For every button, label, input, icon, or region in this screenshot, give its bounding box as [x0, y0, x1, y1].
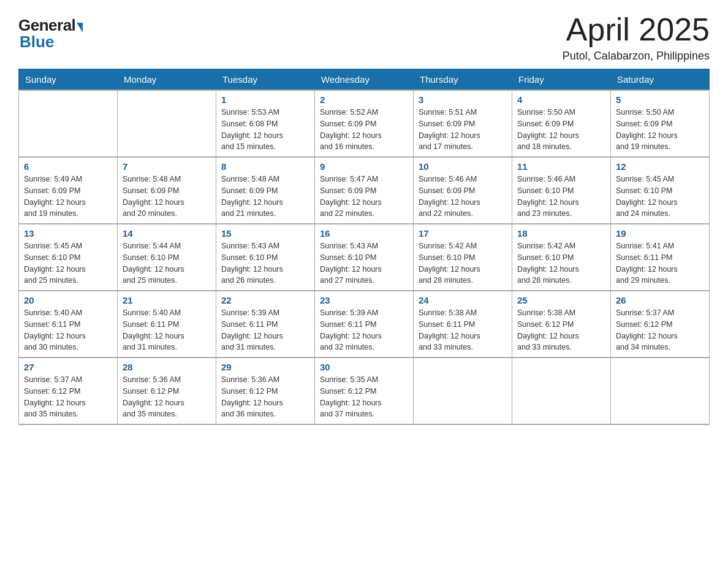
calendar-cell: 29Sunrise: 5:36 AMSunset: 6:12 PMDayligh…	[216, 358, 315, 424]
calendar-cell: 14Sunrise: 5:44 AMSunset: 6:10 PMDayligh…	[118, 224, 216, 291]
day-number: 16	[320, 228, 408, 239]
day-number: 5	[616, 94, 704, 105]
calendar-cell: 4Sunrise: 5:50 AMSunset: 6:09 PMDaylight…	[512, 90, 611, 157]
day-info: Sunrise: 5:42 AMSunset: 6:10 PMDaylight:…	[517, 240, 605, 286]
calendar-cell: 23Sunrise: 5:39 AMSunset: 6:11 PMDayligh…	[315, 291, 414, 358]
calendar-week-row: 20Sunrise: 5:40 AMSunset: 6:11 PMDayligh…	[19, 291, 710, 358]
day-number: 9	[320, 161, 408, 172]
day-number: 11	[517, 161, 605, 172]
day-number: 1	[221, 94, 309, 105]
day-number: 2	[320, 94, 408, 105]
logo-arrow-icon	[77, 23, 83, 33]
weekday-header-monday: Monday	[118, 69, 216, 91]
calendar-cell: 10Sunrise: 5:46 AMSunset: 6:09 PMDayligh…	[414, 157, 512, 224]
day-info: Sunrise: 5:37 AMSunset: 6:12 PMDaylight:…	[24, 374, 112, 420]
calendar-cell	[19, 90, 118, 157]
calendar-cell: 30Sunrise: 5:35 AMSunset: 6:12 PMDayligh…	[315, 358, 414, 424]
day-info: Sunrise: 5:42 AMSunset: 6:10 PMDaylight:…	[419, 240, 507, 286]
day-number: 4	[517, 94, 605, 105]
day-number: 14	[123, 228, 211, 239]
day-number: 20	[24, 295, 112, 305]
day-number: 29	[221, 362, 309, 372]
day-info: Sunrise: 5:47 AMSunset: 6:09 PMDaylight:…	[320, 174, 408, 220]
day-number: 10	[419, 161, 507, 172]
day-number: 23	[320, 295, 408, 305]
day-number: 19	[616, 228, 704, 239]
calendar-cell	[611, 358, 710, 424]
day-info: Sunrise: 5:39 AMSunset: 6:11 PMDaylight:…	[221, 307, 309, 353]
day-info: Sunrise: 5:38 AMSunset: 6:11 PMDaylight:…	[419, 307, 507, 353]
day-info: Sunrise: 5:38 AMSunset: 6:12 PMDaylight:…	[517, 307, 605, 353]
day-number: 28	[123, 362, 211, 372]
calendar-cell: 17Sunrise: 5:42 AMSunset: 6:10 PMDayligh…	[414, 224, 512, 291]
day-info: Sunrise: 5:46 AMSunset: 6:09 PMDaylight:…	[419, 174, 507, 220]
day-info: Sunrise: 5:36 AMSunset: 6:12 PMDaylight:…	[123, 374, 211, 420]
day-info: Sunrise: 5:36 AMSunset: 6:12 PMDaylight:…	[221, 374, 309, 420]
day-info: Sunrise: 5:48 AMSunset: 6:09 PMDaylight:…	[123, 174, 211, 220]
calendar-cell: 22Sunrise: 5:39 AMSunset: 6:11 PMDayligh…	[216, 291, 315, 358]
location-title: Putol, Calabarzon, Philippines	[563, 50, 710, 63]
calendar-cell: 19Sunrise: 5:41 AMSunset: 6:11 PMDayligh…	[611, 224, 710, 291]
day-info: Sunrise: 5:45 AMSunset: 6:10 PMDaylight:…	[616, 174, 704, 220]
day-info: Sunrise: 5:50 AMSunset: 6:09 PMDaylight:…	[616, 107, 704, 153]
day-info: Sunrise: 5:43 AMSunset: 6:10 PMDaylight:…	[221, 240, 309, 286]
day-info: Sunrise: 5:49 AMSunset: 6:09 PMDaylight:…	[24, 174, 112, 220]
calendar-cell: 5Sunrise: 5:50 AMSunset: 6:09 PMDaylight…	[611, 90, 710, 157]
weekday-header-wednesday: Wednesday	[315, 69, 414, 91]
day-number: 13	[24, 228, 112, 239]
calendar-cell: 25Sunrise: 5:38 AMSunset: 6:12 PMDayligh…	[512, 291, 611, 358]
calendar-cell: 21Sunrise: 5:40 AMSunset: 6:11 PMDayligh…	[118, 291, 216, 358]
page-header: General Blue April 2025 Putol, Calabarzo…	[18, 12, 710, 63]
day-number: 26	[616, 295, 704, 305]
day-info: Sunrise: 5:51 AMSunset: 6:09 PMDaylight:…	[419, 107, 507, 153]
calendar-cell: 3Sunrise: 5:51 AMSunset: 6:09 PMDaylight…	[414, 90, 512, 157]
day-number: 8	[221, 161, 309, 172]
logo: General Blue	[18, 16, 83, 52]
day-info: Sunrise: 5:45 AMSunset: 6:10 PMDaylight:…	[24, 240, 112, 286]
calendar-cell: 8Sunrise: 5:48 AMSunset: 6:09 PMDaylight…	[216, 157, 315, 224]
calendar-week-row: 27Sunrise: 5:37 AMSunset: 6:12 PMDayligh…	[19, 358, 710, 424]
calendar-cell: 6Sunrise: 5:49 AMSunset: 6:09 PMDaylight…	[19, 157, 118, 224]
day-info: Sunrise: 5:35 AMSunset: 6:12 PMDaylight:…	[320, 374, 408, 420]
day-info: Sunrise: 5:37 AMSunset: 6:12 PMDaylight:…	[616, 307, 704, 353]
weekday-header-sunday: Sunday	[19, 69, 118, 91]
day-number: 25	[517, 295, 605, 305]
calendar-cell: 12Sunrise: 5:45 AMSunset: 6:10 PMDayligh…	[611, 157, 710, 224]
day-number: 6	[24, 161, 112, 172]
weekday-header-friday: Friday	[512, 69, 611, 91]
day-number: 21	[123, 295, 211, 305]
day-number: 7	[123, 161, 211, 172]
calendar-week-row: 13Sunrise: 5:45 AMSunset: 6:10 PMDayligh…	[19, 224, 710, 291]
calendar-week-row: 6Sunrise: 5:49 AMSunset: 6:09 PMDaylight…	[19, 157, 710, 224]
calendar-table: SundayMondayTuesdayWednesdayThursdayFrid…	[18, 69, 710, 425]
day-info: Sunrise: 5:40 AMSunset: 6:11 PMDaylight:…	[123, 307, 211, 353]
calendar-cell: 26Sunrise: 5:37 AMSunset: 6:12 PMDayligh…	[611, 291, 710, 358]
day-number: 27	[24, 362, 112, 372]
day-info: Sunrise: 5:50 AMSunset: 6:09 PMDaylight:…	[517, 107, 605, 153]
calendar-cell: 18Sunrise: 5:42 AMSunset: 6:10 PMDayligh…	[512, 224, 611, 291]
calendar-cell: 13Sunrise: 5:45 AMSunset: 6:10 PMDayligh…	[19, 224, 118, 291]
day-info: Sunrise: 5:52 AMSunset: 6:09 PMDaylight:…	[320, 107, 408, 153]
calendar-cell: 16Sunrise: 5:43 AMSunset: 6:10 PMDayligh…	[315, 224, 414, 291]
calendar-cell	[512, 358, 611, 424]
day-number: 18	[517, 228, 605, 239]
weekday-header-row: SundayMondayTuesdayWednesdayThursdayFrid…	[19, 69, 710, 91]
weekday-header-saturday: Saturday	[611, 69, 710, 91]
calendar-cell: 11Sunrise: 5:46 AMSunset: 6:10 PMDayligh…	[512, 157, 611, 224]
weekday-header-thursday: Thursday	[414, 69, 512, 91]
calendar-cell: 7Sunrise: 5:48 AMSunset: 6:09 PMDaylight…	[118, 157, 216, 224]
day-number: 22	[221, 295, 309, 305]
day-info: Sunrise: 5:39 AMSunset: 6:11 PMDaylight:…	[320, 307, 408, 353]
day-number: 3	[419, 94, 507, 105]
logo-blue-text: Blue	[20, 33, 54, 52]
day-number: 17	[419, 228, 507, 239]
day-info: Sunrise: 5:43 AMSunset: 6:10 PMDaylight:…	[320, 240, 408, 286]
calendar-cell: 28Sunrise: 5:36 AMSunset: 6:12 PMDayligh…	[118, 358, 216, 424]
calendar-cell: 2Sunrise: 5:52 AMSunset: 6:09 PMDaylight…	[315, 90, 414, 157]
day-number: 30	[320, 362, 408, 372]
calendar-cell	[414, 358, 512, 424]
day-info: Sunrise: 5:44 AMSunset: 6:10 PMDaylight:…	[123, 240, 211, 286]
calendar-cell: 9Sunrise: 5:47 AMSunset: 6:09 PMDaylight…	[315, 157, 414, 224]
weekday-header-tuesday: Tuesday	[216, 69, 315, 91]
calendar-cell: 20Sunrise: 5:40 AMSunset: 6:11 PMDayligh…	[19, 291, 118, 358]
